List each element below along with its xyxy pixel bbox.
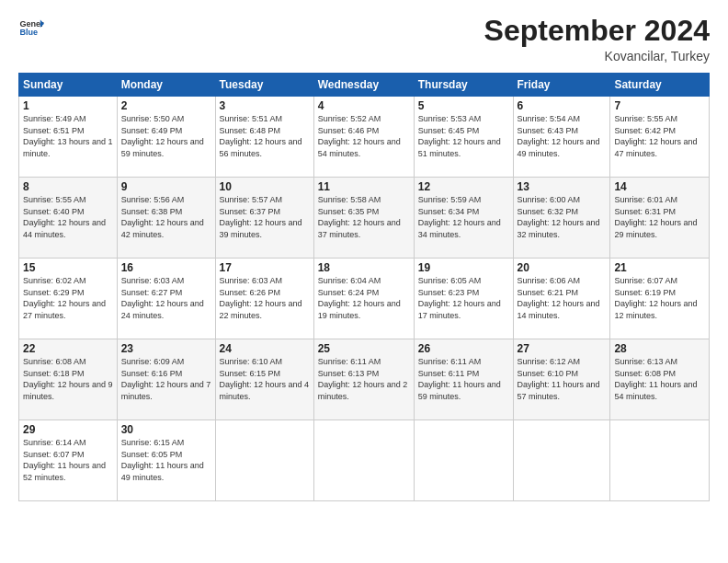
calendar-day-cell: 21Sunrise: 6:07 AMSunset: 6:19 PMDayligh… bbox=[610, 259, 710, 339]
day-detail: Sunrise: 6:11 AMSunset: 6:11 PMDaylight:… bbox=[418, 356, 509, 402]
day-detail: Sunrise: 6:05 AMSunset: 6:23 PMDaylight:… bbox=[418, 275, 509, 321]
day-detail: Sunrise: 5:55 AMSunset: 6:40 PMDaylight:… bbox=[23, 194, 113, 240]
calendar-week-row: 8Sunrise: 5:55 AMSunset: 6:40 PMDaylight… bbox=[19, 178, 710, 259]
day-detail: Sunrise: 6:08 AMSunset: 6:18 PMDaylight:… bbox=[23, 356, 113, 402]
calendar-day-cell bbox=[215, 420, 313, 501]
logo-icon: General Blue bbox=[18, 15, 44, 40]
day-of-week-header: Saturday bbox=[610, 74, 710, 97]
day-of-week-header: Tuesday bbox=[215, 74, 313, 97]
month-title: September 2024 bbox=[484, 15, 710, 47]
day-detail: Sunrise: 5:49 AMSunset: 6:51 PMDaylight:… bbox=[23, 113, 113, 159]
calendar-header-row: SundayMondayTuesdayWednesdayThursdayFrid… bbox=[19, 74, 710, 97]
day-number: 15 bbox=[23, 261, 113, 274]
day-detail: Sunrise: 6:13 AMSunset: 6:08 PMDaylight:… bbox=[614, 356, 705, 402]
day-detail: Sunrise: 5:57 AMSunset: 6:37 PMDaylight:… bbox=[220, 194, 310, 240]
calendar-day-cell: 8Sunrise: 5:55 AMSunset: 6:40 PMDaylight… bbox=[19, 178, 118, 259]
day-number: 3 bbox=[220, 99, 310, 112]
day-number: 11 bbox=[318, 180, 410, 193]
day-of-week-header: Sunday bbox=[19, 74, 118, 97]
day-of-week-header: Monday bbox=[117, 74, 215, 97]
day-number: 26 bbox=[418, 342, 509, 355]
day-number: 22 bbox=[23, 342, 113, 355]
day-number: 21 bbox=[614, 261, 705, 274]
day-detail: Sunrise: 6:04 AMSunset: 6:24 PMDaylight:… bbox=[318, 275, 410, 321]
calendar-day-cell: 25Sunrise: 6:11 AMSunset: 6:13 PMDayligh… bbox=[313, 339, 414, 420]
logo: General Blue bbox=[18, 15, 44, 40]
day-detail: Sunrise: 6:11 AMSunset: 6:13 PMDaylight:… bbox=[318, 356, 410, 402]
calendar-day-cell: 26Sunrise: 6:11 AMSunset: 6:11 PMDayligh… bbox=[414, 339, 513, 420]
day-detail: Sunrise: 5:50 AMSunset: 6:49 PMDaylight:… bbox=[121, 113, 211, 159]
day-number: 10 bbox=[220, 180, 310, 193]
day-detail: Sunrise: 6:01 AMSunset: 6:31 PMDaylight:… bbox=[614, 194, 705, 240]
calendar-body: 1Sunrise: 5:49 AMSunset: 6:51 PMDaylight… bbox=[19, 97, 710, 501]
calendar-day-cell: 14Sunrise: 6:01 AMSunset: 6:31 PMDayligh… bbox=[610, 178, 710, 259]
calendar-day-cell: 19Sunrise: 6:05 AMSunset: 6:23 PMDayligh… bbox=[414, 259, 513, 339]
calendar-day-cell: 3Sunrise: 5:51 AMSunset: 6:48 PMDaylight… bbox=[215, 97, 313, 178]
day-number: 18 bbox=[318, 261, 410, 274]
day-number: 24 bbox=[220, 342, 310, 355]
page: General Blue September 2024 Kovancilar, … bbox=[0, 0, 728, 563]
day-number: 28 bbox=[614, 342, 705, 355]
calendar-day-cell: 16Sunrise: 6:03 AMSunset: 6:27 PMDayligh… bbox=[117, 259, 215, 339]
day-detail: Sunrise: 6:14 AMSunset: 6:07 PMDaylight:… bbox=[23, 437, 113, 483]
calendar-week-row: 22Sunrise: 6:08 AMSunset: 6:18 PMDayligh… bbox=[19, 339, 710, 420]
day-detail: Sunrise: 6:09 AMSunset: 6:16 PMDaylight:… bbox=[121, 356, 211, 402]
day-number: 25 bbox=[318, 342, 410, 355]
calendar-day-cell: 29Sunrise: 6:14 AMSunset: 6:07 PMDayligh… bbox=[19, 420, 118, 501]
location: Kovancilar, Turkey bbox=[484, 49, 710, 63]
calendar-table: SundayMondayTuesdayWednesdayThursdayFrid… bbox=[18, 73, 710, 501]
day-number: 20 bbox=[518, 261, 607, 274]
day-of-week-header: Wednesday bbox=[313, 74, 414, 97]
calendar-day-cell: 18Sunrise: 6:04 AMSunset: 6:24 PMDayligh… bbox=[313, 259, 414, 339]
day-number: 7 bbox=[614, 99, 705, 112]
day-number: 13 bbox=[518, 180, 607, 193]
day-number: 5 bbox=[418, 99, 509, 112]
day-number: 2 bbox=[121, 99, 211, 112]
day-number: 27 bbox=[518, 342, 607, 355]
day-detail: Sunrise: 5:55 AMSunset: 6:42 PMDaylight:… bbox=[614, 113, 705, 159]
calendar-day-cell: 5Sunrise: 5:53 AMSunset: 6:45 PMDaylight… bbox=[414, 97, 513, 178]
calendar-day-cell: 9Sunrise: 5:56 AMSunset: 6:38 PMDaylight… bbox=[117, 178, 215, 259]
calendar-week-row: 29Sunrise: 6:14 AMSunset: 6:07 PMDayligh… bbox=[19, 420, 710, 501]
day-detail: Sunrise: 5:59 AMSunset: 6:34 PMDaylight:… bbox=[418, 194, 509, 240]
calendar-day-cell: 20Sunrise: 6:06 AMSunset: 6:21 PMDayligh… bbox=[513, 259, 610, 339]
day-detail: Sunrise: 6:12 AMSunset: 6:10 PMDaylight:… bbox=[518, 356, 607, 402]
day-detail: Sunrise: 6:03 AMSunset: 6:26 PMDaylight:… bbox=[220, 275, 310, 321]
day-detail: Sunrise: 5:53 AMSunset: 6:45 PMDaylight:… bbox=[418, 113, 509, 159]
day-number: 30 bbox=[121, 423, 211, 436]
day-detail: Sunrise: 5:51 AMSunset: 6:48 PMDaylight:… bbox=[220, 113, 310, 159]
calendar-day-cell: 6Sunrise: 5:54 AMSunset: 6:43 PMDaylight… bbox=[513, 97, 610, 178]
calendar-day-cell: 4Sunrise: 5:52 AMSunset: 6:46 PMDaylight… bbox=[313, 97, 414, 178]
day-detail: Sunrise: 6:07 AMSunset: 6:19 PMDaylight:… bbox=[614, 275, 705, 321]
day-number: 19 bbox=[418, 261, 509, 274]
day-detail: Sunrise: 5:52 AMSunset: 6:46 PMDaylight:… bbox=[318, 113, 410, 159]
day-detail: Sunrise: 6:00 AMSunset: 6:32 PMDaylight:… bbox=[518, 194, 607, 240]
day-number: 23 bbox=[121, 342, 211, 355]
day-detail: Sunrise: 6:15 AMSunset: 6:05 PMDaylight:… bbox=[121, 437, 211, 483]
day-of-week-header: Friday bbox=[513, 74, 610, 97]
calendar-day-cell bbox=[513, 420, 610, 501]
calendar-day-cell: 13Sunrise: 6:00 AMSunset: 6:32 PMDayligh… bbox=[513, 178, 610, 259]
calendar-day-cell: 11Sunrise: 5:58 AMSunset: 6:35 PMDayligh… bbox=[313, 178, 414, 259]
calendar-day-cell bbox=[414, 420, 513, 501]
calendar-day-cell: 23Sunrise: 6:09 AMSunset: 6:16 PMDayligh… bbox=[117, 339, 215, 420]
day-number: 12 bbox=[418, 180, 509, 193]
day-number: 14 bbox=[614, 180, 705, 193]
calendar-week-row: 1Sunrise: 5:49 AMSunset: 6:51 PMDaylight… bbox=[19, 97, 710, 178]
day-detail: Sunrise: 6:06 AMSunset: 6:21 PMDaylight:… bbox=[518, 275, 607, 321]
day-number: 17 bbox=[220, 261, 310, 274]
title-block: September 2024 Kovancilar, Turkey bbox=[484, 15, 710, 63]
calendar-day-cell: 15Sunrise: 6:02 AMSunset: 6:29 PMDayligh… bbox=[19, 259, 118, 339]
day-number: 1 bbox=[23, 99, 113, 112]
calendar-day-cell: 7Sunrise: 5:55 AMSunset: 6:42 PMDaylight… bbox=[610, 97, 710, 178]
calendar-day-cell: 12Sunrise: 5:59 AMSunset: 6:34 PMDayligh… bbox=[414, 178, 513, 259]
day-detail: Sunrise: 5:56 AMSunset: 6:38 PMDaylight:… bbox=[121, 194, 211, 240]
day-detail: Sunrise: 5:54 AMSunset: 6:43 PMDaylight:… bbox=[518, 113, 607, 159]
calendar-day-cell: 22Sunrise: 6:08 AMSunset: 6:18 PMDayligh… bbox=[19, 339, 118, 420]
day-number: 6 bbox=[518, 99, 607, 112]
calendar-day-cell: 30Sunrise: 6:15 AMSunset: 6:05 PMDayligh… bbox=[117, 420, 215, 501]
day-detail: Sunrise: 6:10 AMSunset: 6:15 PMDaylight:… bbox=[220, 356, 310, 402]
day-number: 4 bbox=[318, 99, 410, 112]
day-number: 8 bbox=[23, 180, 113, 193]
calendar-day-cell bbox=[313, 420, 414, 501]
